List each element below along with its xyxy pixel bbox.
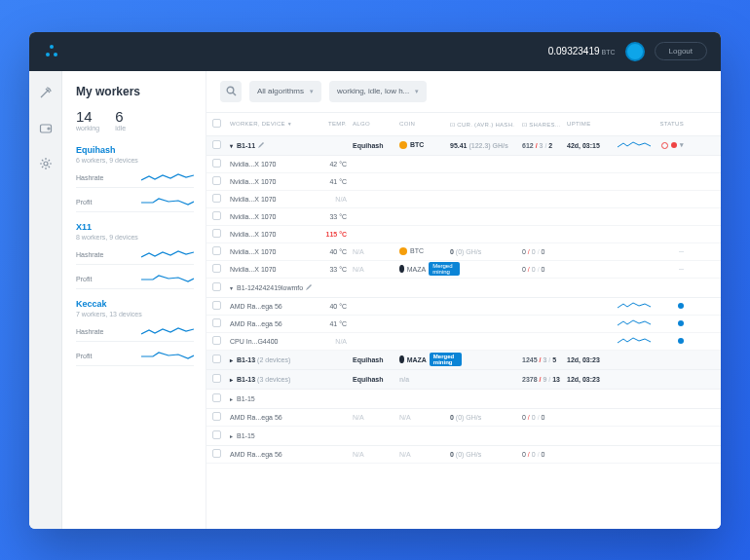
filter-algorithm[interactable]: All algorithms ▾ bbox=[249, 81, 321, 102]
shares: 1245 / 3 / 5 bbox=[522, 356, 556, 363]
row-checkbox[interactable] bbox=[212, 374, 221, 383]
metric-row: Hashrate bbox=[76, 325, 194, 342]
device-row[interactable]: AMD Ra...ega 56 N/A N/A 0 (0) GH/s 0 / 0… bbox=[206, 409, 721, 427]
device-row[interactable]: CPU In...G4400 N/A bbox=[206, 333, 721, 351]
device-temp: 40 °C bbox=[318, 303, 353, 310]
device-row[interactable]: AMD Ra...ega 56 41 °C bbox=[206, 316, 721, 333]
col-shares[interactable]: ⊡ SHARES... bbox=[522, 121, 567, 128]
device-row[interactable]: Nvidia...X 1070 33 °C N/A MAZA Merged mi… bbox=[206, 261, 721, 279]
edit-icon[interactable] bbox=[305, 283, 313, 291]
group-label: ▸ B1-15 bbox=[230, 432, 318, 439]
row-checkbox[interactable] bbox=[212, 246, 221, 255]
device-row[interactable]: Nvidia...X 1070 115 °C bbox=[206, 226, 721, 243]
row-checkbox[interactable] bbox=[212, 176, 221, 185]
worker-group-row[interactable]: ▸ B1-13 (3 devices) Equihash n/a 2378 / … bbox=[206, 370, 721, 390]
chevron-down-icon[interactable]: ▾ bbox=[680, 141, 684, 149]
col-hash[interactable]: ⊡ CUR. (AVR.) HASH. bbox=[450, 121, 522, 128]
stat-working: 14 working bbox=[76, 108, 99, 131]
col-temp[interactable]: TEMP. bbox=[318, 121, 353, 127]
caret-icon: ▸ bbox=[230, 395, 233, 402]
worker-group-row[interactable]: ▾ B1-124242419lowmfo bbox=[206, 279, 721, 298]
row-checkbox[interactable] bbox=[212, 393, 221, 402]
col-uptime[interactable]: UPTIME bbox=[567, 121, 618, 127]
device-name: AMD Ra...ega 56 bbox=[230, 451, 318, 458]
row-checkbox[interactable] bbox=[212, 318, 221, 327]
metric-label: Profit bbox=[76, 199, 92, 205]
svg-point-0 bbox=[50, 45, 54, 49]
caret-icon: ▸ bbox=[230, 356, 233, 363]
row-checkbox[interactable] bbox=[212, 282, 221, 291]
row-checkbox[interactable] bbox=[212, 194, 221, 203]
shares: 0 / 0 / 0 bbox=[522, 451, 544, 458]
row-checkbox[interactable] bbox=[212, 355, 221, 363]
algo-title[interactable]: Equihash bbox=[76, 145, 194, 155]
worker-group-row[interactable]: ▸ B1-15 bbox=[206, 427, 721, 446]
topbar: 0.09323419BTC Logout bbox=[29, 32, 721, 71]
device-row[interactable]: Nvidia...X 1070 33 °C bbox=[206, 208, 721, 226]
row-checkbox[interactable] bbox=[212, 301, 221, 310]
caret-icon: ▸ bbox=[230, 432, 233, 439]
row-checkbox[interactable] bbox=[212, 449, 221, 458]
select-all-checkbox[interactable] bbox=[212, 119, 221, 128]
row-checkbox[interactable] bbox=[212, 140, 221, 149]
device-row[interactable]: Nvidia...X 1070 40 °C N/A BTC 0 (0) GH/s… bbox=[206, 243, 721, 261]
pickaxe-icon[interactable] bbox=[38, 85, 54, 104]
coin-icon bbox=[399, 141, 407, 149]
col-coin[interactable]: COIN bbox=[399, 121, 450, 127]
metric-label: Hashrate bbox=[76, 174, 103, 181]
coin-badge: BTC bbox=[399, 247, 424, 255]
device-row[interactable]: Nvidia...X 1070 41 °C bbox=[206, 173, 721, 191]
device-temp: 42 °C bbox=[318, 161, 353, 168]
device-temp: 41 °C bbox=[318, 320, 353, 327]
row-checkbox[interactable] bbox=[212, 229, 221, 238]
device-row[interactable]: Nvidia...X 1070 42 °C bbox=[206, 156, 721, 173]
device-row[interactable]: AMD Ra...ega 56 N/A N/A 0 (0) GH/s 0 / 0… bbox=[206, 446, 721, 464]
worker-group-row[interactable]: ▾ B1-11 Equihash BTC 95.41 (122.3) GH/s … bbox=[206, 136, 721, 156]
row-checkbox[interactable] bbox=[212, 336, 221, 345]
nav-rail bbox=[29, 71, 62, 529]
col-algo[interactable]: ALGO bbox=[353, 121, 399, 127]
logout-button[interactable]: Logout bbox=[655, 42, 707, 60]
metric-label: Profit bbox=[76, 353, 92, 359]
avatar[interactable] bbox=[625, 42, 645, 61]
shares: 0 / 0 / 0 bbox=[522, 266, 544, 273]
row-checkbox[interactable] bbox=[212, 412, 221, 421]
status-indicator bbox=[671, 142, 677, 148]
algo-title[interactable]: Keccak bbox=[76, 299, 194, 309]
wallet-icon[interactable] bbox=[39, 122, 53, 139]
workers-table: WORKER, DEVICE ▼ TEMP. ALGO COIN ⊡ CUR. … bbox=[206, 113, 721, 529]
edit-icon[interactable] bbox=[257, 141, 265, 149]
sparkline bbox=[141, 248, 194, 262]
main: All algorithms ▾ working, idle, low h...… bbox=[206, 71, 721, 529]
row-checkbox[interactable] bbox=[212, 264, 221, 273]
row-checkbox[interactable] bbox=[212, 430, 221, 439]
device-temp: 33 °C bbox=[318, 266, 353, 273]
metric-label: Hashrate bbox=[76, 328, 103, 335]
worker-group-row[interactable]: ▸ B1-13 (2 devices) Equihash MAZA Merged… bbox=[206, 351, 721, 370]
row-checkbox[interactable] bbox=[212, 159, 221, 168]
balance-unit: BTC bbox=[602, 49, 616, 56]
metric-row: Profit bbox=[76, 196, 194, 212]
filter-status[interactable]: working, idle, low h... ▾ bbox=[329, 81, 427, 102]
coin-badge: MAZA Merged mining bbox=[399, 262, 460, 276]
device-temp: 115 °C bbox=[318, 231, 353, 238]
svg-point-2 bbox=[54, 53, 57, 56]
gear-icon[interactable] bbox=[39, 157, 53, 174]
logo[interactable] bbox=[43, 43, 60, 60]
device-row[interactable]: Nvidia...X 1070 N/A bbox=[206, 191, 721, 208]
device-name: Nvidia...X 1070 bbox=[230, 161, 318, 168]
col-status[interactable]: STATUS bbox=[656, 121, 684, 127]
device-row[interactable]: AMD Ra...ega 56 40 °C bbox=[206, 298, 721, 316]
worker-group-row[interactable]: ▸ B1-15 bbox=[206, 390, 721, 409]
algo-title[interactable]: X11 bbox=[76, 222, 194, 232]
col-worker[interactable]: WORKER, DEVICE ▼ bbox=[230, 121, 318, 127]
shares: 612 / 3 / 2 bbox=[522, 142, 552, 149]
search-button[interactable] bbox=[220, 81, 242, 102]
row-checkbox[interactable] bbox=[212, 211, 221, 220]
device-name: Nvidia...X 1070 bbox=[230, 178, 318, 185]
sparkline bbox=[141, 350, 194, 363]
metric-row: Profit bbox=[76, 350, 194, 366]
device-name: Nvidia...X 1070 bbox=[230, 196, 318, 203]
app-window: 0.09323419BTC Logout My workers 14 bbox=[29, 32, 721, 529]
filter-bar: All algorithms ▾ working, idle, low h...… bbox=[206, 71, 721, 113]
